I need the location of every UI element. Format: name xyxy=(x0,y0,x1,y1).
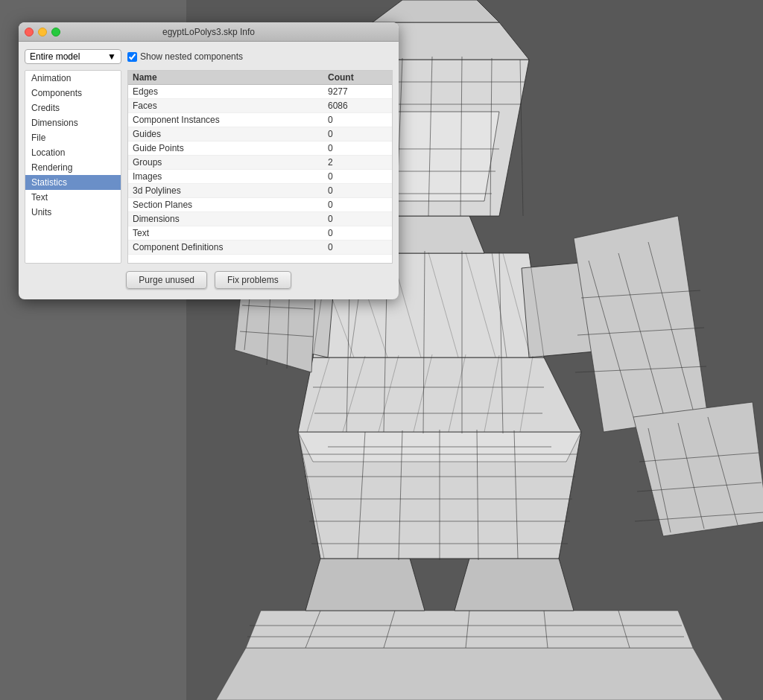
table-row: Images 0 xyxy=(128,170,392,184)
stat-name: Component Instances xyxy=(133,115,328,125)
sidebar-item-animation[interactable]: Animation xyxy=(25,71,121,86)
table-row: Component Instances 0 xyxy=(128,113,392,127)
info-dialog: egyptLoPolys3.skp Info Entire model ▼ Sh… xyxy=(19,22,399,299)
stat-count: 0 xyxy=(328,143,387,153)
stat-name: Component Definitions xyxy=(133,242,328,252)
svg-marker-7 xyxy=(298,357,581,432)
header-name: Name xyxy=(133,72,328,83)
window-controls xyxy=(25,28,60,36)
dialog-body: Entire model ▼ Show nested components An… xyxy=(19,42,399,299)
sidebar-item-units[interactable]: Units xyxy=(25,205,121,220)
table-row: Groups 2 xyxy=(128,156,392,170)
close-button[interactable] xyxy=(25,28,34,36)
stat-count: 9277 xyxy=(328,86,387,97)
stat-name: Guide Points xyxy=(133,143,328,153)
stat-name: Faces xyxy=(133,101,328,111)
svg-marker-4 xyxy=(455,559,574,611)
bottom-buttons: Purge unused Fix problems xyxy=(25,268,393,293)
sidebar-nav: AnimationComponentsCreditsDimensionsFile… xyxy=(25,70,121,264)
stat-name: Guides xyxy=(133,129,328,139)
stat-name: Text xyxy=(133,228,328,238)
table-row: Dimensions 0 xyxy=(128,212,392,226)
stat-name: Section Planes xyxy=(133,200,328,210)
content-area: AnimationComponentsCreditsDimensionsFile… xyxy=(25,70,393,264)
sidebar-item-file[interactable]: File xyxy=(25,130,121,145)
nested-components-checkbox-label[interactable]: Show nested components xyxy=(127,51,243,62)
sidebar-item-dimensions[interactable]: Dimensions xyxy=(25,115,121,130)
dialog-title: egyptLoPolys3.skp Info xyxy=(162,27,255,37)
table-row: Guide Points 0 xyxy=(128,141,392,156)
sidebar-item-statistics[interactable]: Statistics xyxy=(25,175,121,190)
stats-panel: Name Count Edges 9277 Faces 6086 Compone… xyxy=(127,70,393,264)
table-row: 3d Polylines 0 xyxy=(128,184,392,198)
table-row: Text 0 xyxy=(128,226,392,241)
header-count: Count xyxy=(328,72,387,83)
fix-problems-button[interactable]: Fix problems xyxy=(215,271,291,289)
stat-name: Images xyxy=(133,171,328,182)
table-row: Section Planes 0 xyxy=(128,198,392,212)
purge-unused-button[interactable]: Purge unused xyxy=(126,271,207,289)
stat-name: Groups xyxy=(133,157,328,168)
table-row: Faces 6086 xyxy=(128,99,392,113)
stat-count: 0 xyxy=(328,129,387,139)
table-row: Guides 0 xyxy=(128,127,392,141)
svg-marker-1 xyxy=(216,648,723,700)
stat-count: 6086 xyxy=(328,101,387,111)
maximize-button[interactable] xyxy=(51,28,60,36)
sidebar-item-components[interactable]: Components xyxy=(25,86,121,101)
top-controls: Entire model ▼ Show nested components xyxy=(25,48,393,66)
dropdown-label: Entire model xyxy=(30,51,80,62)
stat-name: Edges xyxy=(133,86,328,97)
stat-count: 0 xyxy=(328,171,387,182)
stat-name: 3d Polylines xyxy=(133,185,328,196)
stats-header: Name Count xyxy=(128,71,392,85)
stat-count: 0 xyxy=(328,185,387,196)
stat-name: Dimensions xyxy=(133,214,328,224)
stats-table-body: Edges 9277 Faces 6086 Component Instance… xyxy=(128,85,392,263)
stat-count: 0 xyxy=(328,200,387,210)
stat-count: 0 xyxy=(328,242,387,252)
minimize-button[interactable] xyxy=(38,28,47,36)
stat-count: 2 xyxy=(328,157,387,168)
dropdown-arrow-icon: ▼ xyxy=(107,51,116,62)
sidebar-item-text[interactable]: Text xyxy=(25,190,121,205)
nested-components-checkbox[interactable] xyxy=(127,52,137,62)
stat-count: 0 xyxy=(328,115,387,125)
model-dropdown[interactable]: Entire model ▼ xyxy=(25,49,121,64)
svg-marker-3 xyxy=(305,559,425,611)
title-bar: egyptLoPolys3.skp Info xyxy=(19,22,399,42)
table-row: Component Definitions 0 xyxy=(128,241,392,255)
sidebar-item-rendering[interactable]: Rendering xyxy=(25,160,121,175)
stat-count: 0 xyxy=(328,214,387,224)
sidebar-item-credits[interactable]: Credits xyxy=(25,101,121,115)
checkbox-label-text: Show nested components xyxy=(140,51,243,62)
stat-count: 0 xyxy=(328,228,387,238)
sidebar-item-location[interactable]: Location xyxy=(25,145,121,160)
table-row: Edges 9277 xyxy=(128,85,392,99)
